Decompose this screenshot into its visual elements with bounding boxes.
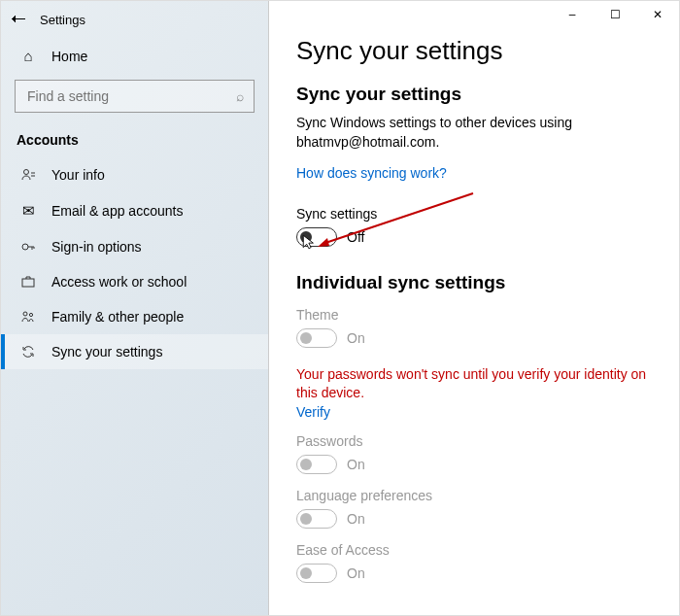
how-syncing-works-link[interactable]: How does syncing work? <box>296 165 447 181</box>
theme-label: Theme <box>296 307 652 323</box>
sync-settings-label: Sync settings <box>296 206 652 222</box>
passwords-label: Passwords <box>296 433 652 449</box>
ease-label: Ease of Access <box>296 542 652 558</box>
key-icon <box>18 239 38 255</box>
toggle-knob-icon <box>300 332 312 344</box>
svg-point-3 <box>23 312 27 316</box>
home-nav[interactable]: ⌂ Home <box>1 38 268 74</box>
verify-link[interactable]: Verify <box>296 404 652 420</box>
window-title: Settings <box>40 13 85 27</box>
sidebar-item-email[interactable]: ✉ Email & app accounts <box>1 192 268 229</box>
toggle-knob-icon <box>300 459 312 470</box>
passwords-state: On <box>347 457 365 472</box>
sidebar-item-label: Your info <box>51 167 105 183</box>
svg-point-0 <box>24 170 29 175</box>
people-icon <box>18 309 38 325</box>
language-toggle-row: On <box>296 509 652 529</box>
search-input[interactable] <box>25 87 236 105</box>
sync-description-1: Sync Windows settings to other devices u… <box>296 115 652 130</box>
toggle-knob-icon <box>300 567 312 579</box>
ease-toggle-row: On <box>296 564 652 583</box>
sidebar-item-family[interactable]: Family & other people <box>1 299 268 334</box>
titlebar: – ☐ ✕ <box>269 1 679 30</box>
ease-toggle <box>296 564 337 583</box>
svg-rect-2 <box>22 279 34 287</box>
sync-description-2: bhatmvp@hotmail.com. <box>296 134 652 150</box>
passwords-toggle <box>296 455 337 474</box>
home-icon: ⌂ <box>18 48 38 64</box>
briefcase-icon <box>18 274 38 290</box>
sidebar-item-label: Sign-in options <box>51 239 142 255</box>
main-content: – ☐ ✕ Sync your settings Sync your setti… <box>269 1 679 615</box>
back-icon[interactable]: 🠐 <box>11 11 26 28</box>
sidebar-item-sync[interactable]: Sync your settings <box>1 334 268 369</box>
sidebar-item-label: Sync your settings <box>51 344 162 359</box>
home-label: Home <box>51 49 87 64</box>
passwords-toggle-row: On <box>296 455 652 474</box>
theme-toggle <box>296 328 337 348</box>
search-input-container[interactable]: ⌕ <box>15 80 255 113</box>
maximize-button[interactable]: ☐ <box>594 1 636 28</box>
sidebar-item-your-info[interactable]: Your info <box>1 157 268 192</box>
section-title: Sync your settings <box>296 84 652 105</box>
individual-sync-title: Individual sync settings <box>296 272 652 293</box>
cursor-icon <box>301 233 319 251</box>
sync-settings-toggle-row: Off <box>296 227 652 247</box>
search-icon: ⌕ <box>236 88 244 104</box>
minimize-button[interactable]: – <box>551 1 594 28</box>
svg-point-4 <box>29 313 32 316</box>
svg-point-1 <box>22 244 28 250</box>
section-accounts-label: Accounts <box>1 126 268 157</box>
password-warning: Your passwords won't sync until you veri… <box>296 365 652 402</box>
sidebar-item-label: Family & other people <box>51 309 184 325</box>
page-title: Sync your settings <box>296 36 652 66</box>
language-state: On <box>347 511 365 527</box>
sync-icon <box>18 344 38 359</box>
user-icon <box>18 167 38 183</box>
settings-header: 🠐 Settings <box>1 7 268 38</box>
theme-toggle-row: On <box>296 328 652 348</box>
language-label: Language preferences <box>296 488 652 503</box>
mail-icon: ✉ <box>18 202 38 220</box>
ease-state: On <box>347 565 365 581</box>
sidebar-item-work[interactable]: Access work or school <box>1 264 268 299</box>
sidebar: 🠐 Settings ⌂ Home ⌕ Accounts Your info ✉… <box>1 1 269 615</box>
sync-settings-state: Off <box>347 229 364 245</box>
sidebar-item-label: Email & app accounts <box>51 203 183 219</box>
toggle-knob-icon <box>300 513 312 525</box>
sidebar-item-signin[interactable]: Sign-in options <box>1 229 268 264</box>
language-toggle <box>296 509 337 529</box>
sidebar-item-label: Access work or school <box>51 274 187 290</box>
close-button[interactable]: ✕ <box>636 1 679 28</box>
theme-state: On <box>347 330 365 346</box>
